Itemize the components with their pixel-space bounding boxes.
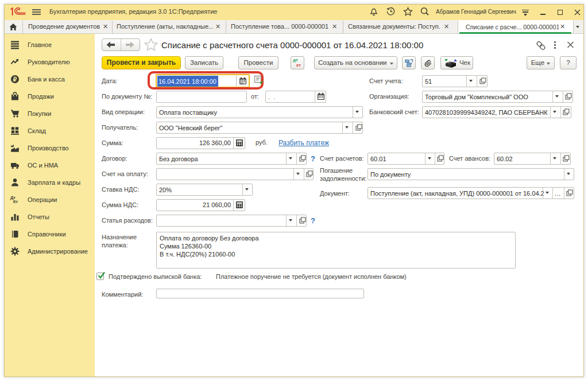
svg-text:₽: ₽ [13,76,17,83]
